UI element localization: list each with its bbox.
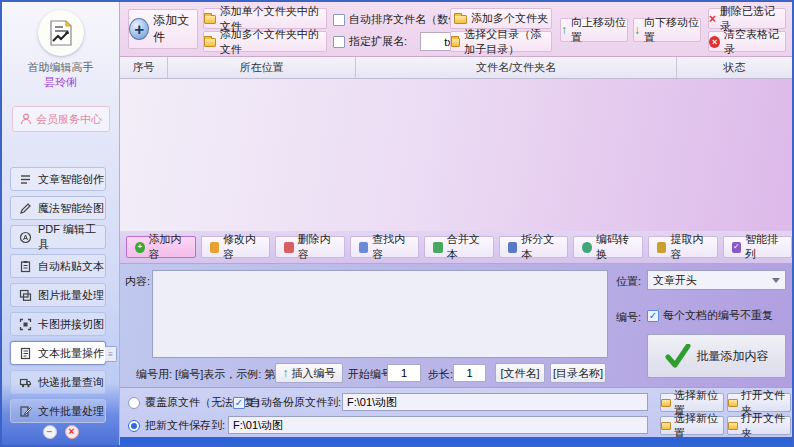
backup-path-input[interactable] <box>342 393 648 411</box>
insert-number-button[interactable]: ↑ 插入编号 <box>275 363 343 383</box>
content-textarea[interactable] <box>152 270 608 358</box>
save-to-radio[interactable]: 把新文件保存到: <box>128 418 225 433</box>
app-window: 首助编辑高手 昙玲俐 会员服务中心 文章智能创作 魔法智能绘图 PDF 编辑工具 <box>0 0 794 447</box>
panel-grip-icon[interactable]: ≡ <box>105 346 117 362</box>
sidebar-item-label: 卡图拼接切图 <box>38 317 104 332</box>
tab-encoding-convert[interactable]: 编码转换 <box>573 236 643 258</box>
choose-backup-location-button[interactable]: 选择新位置 <box>660 393 724 412</box>
sidebar-item-article-creation[interactable]: 文章智能创作 <box>10 167 106 191</box>
position-select[interactable]: 文章开头 <box>647 270 786 290</box>
position-value: 文章开头 <box>653 273 697 288</box>
column-header-status[interactable]: 状态 <box>677 57 792 78</box>
sidebar-item-label: 魔法智能绘图 <box>38 201 104 216</box>
position-label: 位置: <box>616 274 641 289</box>
sidebar-item-auto-paste[interactable]: 自动粘贴文本 <box>10 254 106 278</box>
step-input[interactable] <box>453 364 486 382</box>
tab-modify-content[interactable]: 修改内容 <box>201 236 271 258</box>
column-header-location[interactable]: 所在位置 <box>168 57 356 78</box>
checkbox-icon <box>333 36 345 48</box>
column-header-filename[interactable]: 文件名/文件夹名 <box>356 57 677 78</box>
delete-icon <box>284 242 294 253</box>
up-arrow-icon: ↑ <box>283 366 289 380</box>
tab-split-text[interactable]: 拆分文本 <box>499 236 569 258</box>
sidebar-item-ai-drawing[interactable]: 魔法智能绘图 <box>10 196 106 220</box>
save-options-panel: 覆盖原文件（无法恢复） ✓ 自动备份原文件到: 选择新位置 打开文件夹 把新文件… <box>120 387 792 437</box>
truck-icon <box>19 376 32 389</box>
extension-checkbox[interactable]: 指定扩展名: <box>333 34 407 49</box>
member-center-button[interactable]: 会员服务中心 <box>12 106 110 132</box>
folder-icon <box>661 399 671 407</box>
sidebar-item-label: 文本批量操作 <box>38 346 104 361</box>
sidebar-item-pdf-tools[interactable]: PDF 编辑工具 <box>10 225 106 249</box>
text-doc-icon <box>19 347 32 360</box>
pdf-icon <box>19 231 32 244</box>
folder-icon <box>204 38 216 47</box>
add-file-button[interactable]: + 添加文件 <box>128 9 198 49</box>
tab-add-content[interactable]: +添加内容 <box>126 236 196 258</box>
sidebar-item-express-query[interactable]: 快递批量查询 <box>10 370 106 394</box>
add-icon: + <box>135 242 145 253</box>
clear-circle-icon: × <box>709 36 720 48</box>
content-label: 内容: <box>125 274 150 289</box>
filename-token-button[interactable]: [文件名] <box>495 363 545 383</box>
move-down-button[interactable]: ↓ 向下移动位置 <box>633 18 701 42</box>
move-up-button[interactable]: ↑ 向上移动位置 <box>560 18 628 42</box>
save-path-input[interactable] <box>228 416 648 434</box>
add-multi-folder-label: 添加多个文件夹中的文件 <box>220 27 326 57</box>
choose-save-location-button[interactable]: 选择新位置 <box>660 416 724 435</box>
app-title: 首助编辑高手 <box>2 60 119 75</box>
select-parent-dir-button[interactable]: 选择父目录（添加子目录） <box>450 31 552 52</box>
checkbox-checked-icon: ✓ <box>233 397 245 409</box>
column-header-index[interactable]: 序号 <box>120 57 168 78</box>
file-table-body[interactable] <box>120 79 792 231</box>
insert-number-label: 插入编号 <box>292 366 336 381</box>
tab-extract-content[interactable]: 提取内容 <box>648 236 718 258</box>
plus-icon: + <box>129 18 149 40</box>
checkbox-icon <box>333 14 345 26</box>
tab-merge-text[interactable]: 合并文本 <box>424 236 494 258</box>
convert-icon <box>582 242 592 253</box>
tab-label: 编码转换 <box>596 232 634 262</box>
document-arrow-icon <box>47 19 75 47</box>
sidebar-item-label: 文件批量处理 <box>38 404 104 419</box>
sidebar-item-image-stitch[interactable]: 卡图拼接切图 <box>10 312 106 336</box>
close-button[interactable]: × <box>65 425 79 439</box>
member-center-label: 会员服务中心 <box>36 112 102 127</box>
green-check-icon <box>665 344 691 368</box>
tab-label: 修改内容 <box>223 232 261 262</box>
folder-icon <box>661 422 671 430</box>
clipboard-icon <box>19 260 32 273</box>
app-logo <box>38 10 84 56</box>
sidebar-item-label: 文章智能创作 <box>38 172 104 187</box>
filename-token-label: [文件名] <box>500 366 539 381</box>
checkbox-checked-icon: ✓ <box>647 310 659 322</box>
sidebar-item-image-batch[interactable]: 图片批量处理 <box>10 283 106 307</box>
open-save-folder-button[interactable]: 打开文件夹 <box>727 416 791 435</box>
choose-location-label: 选择新位置 <box>674 411 723 441</box>
backup-checkbox[interactable]: ✓ 自动备份原文件到: <box>233 395 341 410</box>
minimize-button[interactable]: − <box>43 425 57 439</box>
sidebar-item-label: PDF 编辑工具 <box>38 222 105 252</box>
toolbar: + 添加文件 添加单个文件夹中的文件 添加多个文件夹中的文件 自动排序文件名（数… <box>120 2 792 57</box>
sidebar-item-text-batch[interactable]: 文本批量操作 ≡ <box>10 341 106 365</box>
batch-add-content-button[interactable]: 批量添加内容 <box>647 334 786 378</box>
open-backup-folder-button[interactable]: 打开文件夹 <box>727 393 791 412</box>
add-multi-folder-button[interactable]: 添加多个文件夹中的文件 <box>203 31 327 52</box>
backup-label: 自动备份原文件到: <box>250 395 341 410</box>
tab-delete-content[interactable]: 删除内容 <box>275 236 345 258</box>
sidebar-item-label: 自动粘贴文本 <box>38 259 104 274</box>
sidebar-item-file-batch[interactable]: 文件批量处理 <box>10 399 106 423</box>
sidebar-item-label: 快递批量查询 <box>38 375 104 390</box>
clear-table-button[interactable]: × 清空表格记录 <box>708 31 786 52</box>
down-arrow-icon: ↓ <box>634 23 640 37</box>
save-to-label: 把新文件保存到: <box>145 418 225 433</box>
start-number-input[interactable] <box>387 364 421 382</box>
unique-number-checkbox[interactable]: ✓ 每个文档的编号不重复 <box>647 308 773 323</box>
folder-icon <box>454 15 467 24</box>
tab-find-content[interactable]: 查找内容 <box>350 236 420 258</box>
edit-icon <box>210 242 220 253</box>
chevron-down-icon <box>772 278 780 283</box>
file-table-header: 序号 所在位置 文件名/文件夹名 状态 <box>120 57 792 79</box>
dirname-token-button[interactable]: [目录名称] <box>550 363 606 383</box>
tab-smart-arrange[interactable]: ✓智能排列 <box>723 236 793 258</box>
